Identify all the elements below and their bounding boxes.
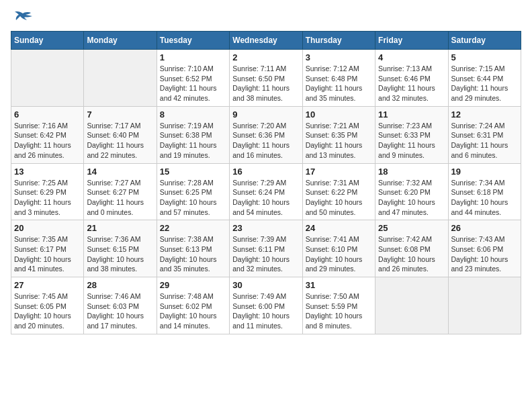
calendar-week-row: 20Sunrise: 7:35 AM Sunset: 6:17 PM Dayli… [11,220,521,277]
cell-content: 23Sunrise: 7:39 AM Sunset: 6:11 PM Dayli… [232,223,299,274]
day-number: 18 [378,167,445,177]
calendar-cell: 13Sunrise: 7:25 AM Sunset: 6:29 PM Dayli… [11,163,84,220]
cell-content: 27Sunrise: 7:45 AM Sunset: 6:05 PM Dayli… [14,280,81,331]
day-info: Sunrise: 7:25 AM Sunset: 6:29 PM Dayligh… [14,178,81,218]
day-info: Sunrise: 7:38 AM Sunset: 6:13 PM Dayligh… [160,234,226,274]
calendar-cell: 9Sunrise: 7:20 AM Sunset: 6:36 PM Daylig… [230,106,302,163]
cell-content: 17Sunrise: 7:31 AM Sunset: 6:22 PM Dayli… [306,167,372,218]
day-info: Sunrise: 7:39 AM Sunset: 6:11 PM Dayligh… [232,234,299,274]
calendar-cell: 20Sunrise: 7:35 AM Sunset: 6:17 PM Dayli… [11,220,84,277]
cell-content: 30Sunrise: 7:49 AM Sunset: 6:00 PM Dayli… [232,280,299,331]
calendar-cell: 31Sunrise: 7:50 AM Sunset: 5:59 PM Dayli… [302,277,375,334]
day-info: Sunrise: 7:27 AM Sunset: 6:27 PM Dayligh… [87,178,153,218]
day-number: 10 [306,109,372,120]
day-number: 30 [232,280,299,290]
logo [11,11,32,26]
day-info: Sunrise: 7:21 AM Sunset: 6:35 PM Dayligh… [306,121,372,161]
calendar-cell: 8Sunrise: 7:19 AM Sunset: 6:38 PM Daylig… [157,106,229,163]
day-info: Sunrise: 7:28 AM Sunset: 6:25 PM Dayligh… [160,178,226,218]
calendar-cell: 17Sunrise: 7:31 AM Sunset: 6:22 PM Dayli… [302,163,375,220]
cell-content: 25Sunrise: 7:42 AM Sunset: 6:08 PM Dayli… [378,223,445,274]
cell-content: 7Sunrise: 7:17 AM Sunset: 6:40 PM Daylig… [87,109,153,161]
day-info: Sunrise: 7:13 AM Sunset: 6:46 PM Dayligh… [378,64,445,103]
cell-content: 26Sunrise: 7:43 AM Sunset: 6:06 PM Dayli… [451,223,518,274]
day-number: 27 [14,280,81,290]
day-info: Sunrise: 7:19 AM Sunset: 6:38 PM Dayligh… [160,121,226,161]
column-header-sunday: Sunday [11,32,84,50]
cell-content: 15Sunrise: 7:28 AM Sunset: 6:25 PM Dayli… [160,167,226,218]
cell-content: 13Sunrise: 7:25 AM Sunset: 6:29 PM Dayli… [14,167,81,218]
cell-content: 19Sunrise: 7:34 AM Sunset: 6:18 PM Dayli… [451,167,518,218]
day-info: Sunrise: 7:16 AM Sunset: 6:42 PM Dayligh… [14,121,81,161]
day-number: 17 [306,167,372,177]
day-number: 16 [232,167,299,177]
calendar-cell: 12Sunrise: 7:24 AM Sunset: 6:31 PM Dayli… [448,106,521,163]
cell-content: 20Sunrise: 7:35 AM Sunset: 6:17 PM Dayli… [14,223,81,274]
column-header-thursday: Thursday [302,32,375,50]
cell-content: 4Sunrise: 7:13 AM Sunset: 6:46 PM Daylig… [378,52,445,103]
calendar-cell: 6Sunrise: 7:16 AM Sunset: 6:42 PM Daylig… [11,106,84,163]
calendar-week-row: 6Sunrise: 7:16 AM Sunset: 6:42 PM Daylig… [11,106,521,163]
cell-content: 18Sunrise: 7:32 AM Sunset: 6:20 PM Dayli… [378,167,445,218]
column-header-tuesday: Tuesday [157,32,229,50]
cell-content: 3Sunrise: 7:12 AM Sunset: 6:48 PM Daylig… [306,52,372,103]
day-number: 19 [451,167,518,177]
calendar-cell: 14Sunrise: 7:27 AM Sunset: 6:27 PM Dayli… [84,163,157,220]
day-number: 14 [87,167,153,177]
day-number: 13 [14,167,81,177]
cell-content: 10Sunrise: 7:21 AM Sunset: 6:35 PM Dayli… [306,109,372,161]
day-number: 1 [160,52,226,62]
day-info: Sunrise: 7:10 AM Sunset: 6:52 PM Dayligh… [160,64,226,103]
calendar-cell: 26Sunrise: 7:43 AM Sunset: 6:06 PM Dayli… [448,220,521,277]
cell-content: 11Sunrise: 7:23 AM Sunset: 6:33 PM Dayli… [378,109,445,161]
calendar-week-row: 27Sunrise: 7:45 AM Sunset: 6:05 PM Dayli… [11,277,521,334]
cell-content: 31Sunrise: 7:50 AM Sunset: 5:59 PM Dayli… [306,280,372,331]
cell-content: 24Sunrise: 7:41 AM Sunset: 6:10 PM Dayli… [306,223,372,274]
calendar-cell: 5Sunrise: 7:15 AM Sunset: 6:44 PM Daylig… [448,50,521,107]
cell-content: 12Sunrise: 7:24 AM Sunset: 6:31 PM Dayli… [451,109,518,161]
cell-content: 14Sunrise: 7:27 AM Sunset: 6:27 PM Dayli… [87,167,153,218]
calendar-cell: 11Sunrise: 7:23 AM Sunset: 6:33 PM Dayli… [375,106,448,163]
calendar-header-row: SundayMondayTuesdayWednesdayThursdayFrid… [11,32,521,50]
day-info: Sunrise: 7:35 AM Sunset: 6:17 PM Dayligh… [14,234,81,274]
day-info: Sunrise: 7:42 AM Sunset: 6:08 PM Dayligh… [378,234,445,274]
cell-content: 28Sunrise: 7:46 AM Sunset: 6:03 PM Dayli… [87,280,153,331]
calendar-cell: 4Sunrise: 7:13 AM Sunset: 6:46 PM Daylig… [375,50,448,107]
day-info: Sunrise: 7:29 AM Sunset: 6:24 PM Dayligh… [232,178,299,218]
calendar-cell: 24Sunrise: 7:41 AM Sunset: 6:10 PM Dayli… [302,220,375,277]
day-number: 8 [160,109,226,120]
column-header-wednesday: Wednesday [230,32,302,50]
day-number: 23 [232,223,299,233]
day-info: Sunrise: 7:45 AM Sunset: 6:05 PM Dayligh… [14,291,81,331]
day-number: 15 [160,167,226,177]
day-number: 11 [378,109,445,120]
day-info: Sunrise: 7:36 AM Sunset: 6:15 PM Dayligh… [87,234,153,274]
day-number: 9 [232,109,299,120]
calendar-cell [11,50,84,107]
column-header-monday: Monday [84,32,157,50]
day-number: 4 [378,52,445,62]
cell-content: 8Sunrise: 7:19 AM Sunset: 6:38 PM Daylig… [160,109,226,161]
calendar-cell: 7Sunrise: 7:17 AM Sunset: 6:40 PM Daylig… [84,106,157,163]
day-number: 21 [87,223,153,233]
cell-content: 1Sunrise: 7:10 AM Sunset: 6:52 PM Daylig… [160,52,226,103]
day-info: Sunrise: 7:24 AM Sunset: 6:31 PM Dayligh… [451,121,518,161]
calendar-week-row: 1Sunrise: 7:10 AM Sunset: 6:52 PM Daylig… [11,50,521,107]
page-header [11,11,521,26]
calendar-cell: 29Sunrise: 7:48 AM Sunset: 6:02 PM Dayli… [157,277,229,334]
calendar-cell: 1Sunrise: 7:10 AM Sunset: 6:52 PM Daylig… [157,50,229,107]
day-info: Sunrise: 7:20 AM Sunset: 6:36 PM Dayligh… [232,121,299,161]
column-header-friday: Friday [375,32,448,50]
calendar-cell: 18Sunrise: 7:32 AM Sunset: 6:20 PM Dayli… [375,163,448,220]
day-info: Sunrise: 7:43 AM Sunset: 6:06 PM Dayligh… [451,234,518,274]
calendar-cell: 2Sunrise: 7:11 AM Sunset: 6:50 PM Daylig… [230,50,302,107]
calendar-cell: 3Sunrise: 7:12 AM Sunset: 6:48 PM Daylig… [302,50,375,107]
calendar-cell [84,50,157,107]
column-header-saturday: Saturday [448,32,521,50]
cell-content: 21Sunrise: 7:36 AM Sunset: 6:15 PM Dayli… [87,223,153,274]
cell-content: 22Sunrise: 7:38 AM Sunset: 6:13 PM Dayli… [160,223,226,274]
cell-content: 16Sunrise: 7:29 AM Sunset: 6:24 PM Dayli… [232,167,299,218]
cell-content: 6Sunrise: 7:16 AM Sunset: 6:42 PM Daylig… [14,109,81,161]
cell-content: 29Sunrise: 7:48 AM Sunset: 6:02 PM Dayli… [160,280,226,331]
day-number: 26 [451,223,518,233]
